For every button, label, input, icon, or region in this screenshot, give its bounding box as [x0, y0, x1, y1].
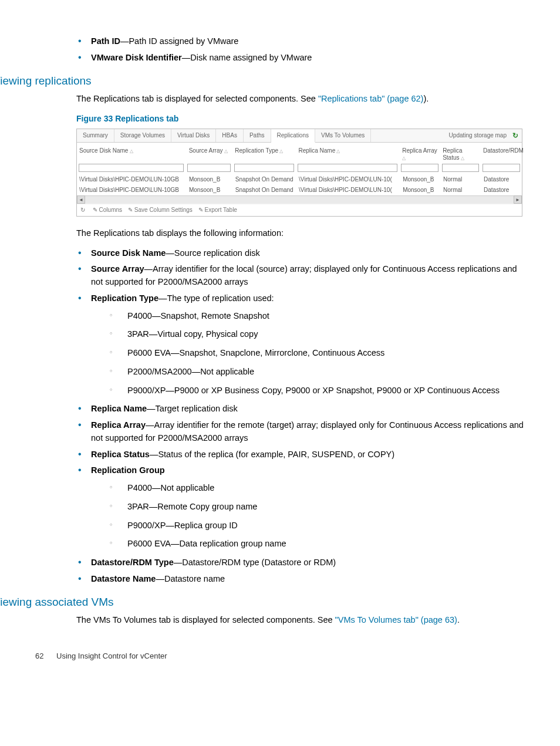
scroll-left-icon[interactable]: ◄ — [77, 195, 85, 204]
cell: Normal — [441, 186, 481, 194]
column-header[interactable]: Replica Name — [296, 146, 400, 163]
sub-item: P2000/MSA2000—Not applicable — [127, 366, 525, 379]
cell: \Virtual Disks\HPIC-DEMO\LUN-10( — [296, 186, 400, 194]
data-rows: \Virtual Disks\HPIC-DEMO\LUN-10GBMonsoon… — [77, 174, 522, 195]
sub-item: P4000—Snapshot, Remote Snapshot — [127, 310, 525, 323]
tab-summary[interactable]: Summary — [77, 129, 114, 142]
filter-row — [77, 164, 522, 174]
sub-item: P6000 EVA—Data replication group name — [127, 538, 525, 551]
list-item: Source Array—Array identifier for the lo… — [91, 263, 525, 289]
table-row[interactable]: \Virtual Disks\HPIC-DEMO\LUN-10GBMonsoon… — [77, 185, 522, 195]
tab-hbas[interactable]: HBAs — [216, 129, 244, 142]
desc: —Source replication disk — [166, 248, 259, 258]
desc: —Target replication disk — [147, 404, 238, 413]
footer-link-export-table[interactable]: ✎ Export Table — [198, 207, 237, 213]
figure-caption: Figure 33 Replications tab — [35, 113, 525, 125]
cell: Datastore — [481, 175, 522, 184]
filter-input[interactable] — [483, 164, 520, 172]
column-header[interactable]: Replication Type — [232, 146, 296, 163]
column-header[interactable]: Datastore/RDM — [481, 146, 522, 163]
page-title: Using Insight Control for vCenter — [56, 650, 167, 662]
term: Source Array — [91, 264, 144, 274]
refresh-small-icon[interactable]: ↻ — [80, 207, 85, 213]
sub-item: P9000/XP—Replica group ID — [127, 519, 525, 532]
column-header[interactable]: Source Array — [187, 146, 233, 163]
desc: —Path ID assigned by VMware — [120, 36, 238, 46]
section2-intro: The VMs To Volumes tab is displayed for … — [35, 614, 525, 627]
heading-viewing-associated-vms: Viewing associated VMs — [0, 594, 525, 611]
filter-input[interactable] — [401, 164, 438, 172]
column-headers: Source Disk NameSource ArrayReplication … — [77, 143, 522, 164]
text: The Replications tab is displayed for se… — [76, 94, 318, 103]
filter-input[interactable] — [442, 164, 480, 172]
list-item: Datastore/RDM Type—Datastore/RDM type (D… — [91, 556, 525, 569]
cell: Monsoon_B — [187, 175, 233, 184]
list-item: Datastore Name—Datastore name — [91, 573, 525, 586]
term: Datastore/RDM Type — [91, 558, 174, 567]
term: Replication Group — [91, 465, 165, 475]
sub-item: 3PAR—Remote Copy group name — [127, 501, 525, 514]
status-area: Updating storage map ↻ — [371, 129, 522, 142]
desc: —The type of replication used: — [158, 293, 274, 303]
filter-input[interactable] — [79, 164, 184, 172]
sub-list: P4000—Snapshot, Remote Snapshot3PAR—Virt… — [91, 310, 525, 397]
list-item: Path ID—Path ID assigned by VMware — [91, 35, 525, 48]
cell: Monsoon_B — [400, 175, 441, 184]
desc: —Datastore name — [156, 574, 225, 583]
scroll-right-icon[interactable]: ► — [514, 195, 522, 204]
after-figure-text: The Replications tab displays the follow… — [35, 227, 525, 240]
term: Path ID — [91, 36, 120, 46]
column-header[interactable]: Replica Status — [440, 146, 481, 163]
list-item: Replica Name—Target replication disk — [91, 403, 525, 416]
link-vms-to-volumes-tab[interactable]: "VMs To Volumes tab" (page 63) — [335, 615, 457, 625]
desc: —Array identifier for the local (source)… — [91, 264, 517, 286]
term: Replica Status — [91, 450, 150, 459]
replication-info-bullets: Source Disk Name—Source replication disk… — [35, 247, 525, 586]
heading-viewing-replications: Viewing replications — [0, 73, 525, 90]
footer-link-columns[interactable]: ✎ Columns — [93, 207, 122, 213]
text: The VMs To Volumes tab is displayed for … — [76, 615, 335, 625]
tab-vms-to-volumes[interactable]: VMs To Volumes — [315, 129, 371, 142]
text: . — [457, 615, 460, 625]
cell: Monsoon_B — [400, 186, 441, 194]
filter-input[interactable] — [298, 164, 397, 172]
cell: \Virtual Disks\HPIC-DEMO\LUN-10GB — [77, 186, 187, 194]
scroll-track[interactable] — [85, 196, 514, 203]
term: VMware Disk Identifier — [91, 53, 182, 62]
intro-bullets: Path ID—Path ID assigned by VMwareVMware… — [35, 35, 525, 65]
column-header[interactable]: Replica Array — [400, 146, 440, 163]
term: Datastore Name — [91, 574, 156, 583]
filter-input[interactable] — [187, 164, 230, 172]
column-header[interactable]: Source Disk Name — [77, 146, 187, 163]
list-item: VMware Disk Identifier—Disk name assigne… — [91, 52, 525, 65]
cell: Snapshot On Demand — [233, 175, 296, 184]
horizontal-scrollbar[interactable]: ◄ ► — [77, 195, 522, 204]
term: Replica Name — [91, 404, 147, 413]
tab-bar: SummaryStorage VolumesVirtual DisksHBAsP… — [77, 129, 522, 143]
page-number: 62 — [35, 650, 43, 662]
list-item: Replication Type—The type of replication… — [91, 292, 525, 397]
list-item: Replica Array—Array identifier for the r… — [91, 419, 525, 445]
refresh-icon[interactable]: ↻ — [512, 131, 518, 140]
desc: —Disk name assigned by VMware — [182, 53, 312, 62]
tab-replications[interactable]: Replications — [271, 129, 315, 143]
tab-storage-volumes[interactable]: Storage Volumes — [114, 129, 171, 142]
footer-link-save-column-settings[interactable]: ✎ Save Column Settings — [128, 207, 193, 213]
tab-virtual-disks[interactable]: Virtual Disks — [171, 129, 216, 142]
status-text: Updating storage map — [449, 132, 507, 139]
desc: —Array identifier for the remote (target… — [91, 420, 524, 443]
table-footer-links: ↻ ✎ Columns✎ Save Column Settings✎ Expor… — [77, 204, 522, 216]
list-item: Replica Status—Status of the replica (fo… — [91, 448, 525, 461]
desc: —Status of the replica (for example, PAI… — [150, 450, 394, 459]
filter-input[interactable] — [234, 164, 294, 172]
sub-item: 3PAR—Virtual copy, Physical copy — [127, 328, 525, 341]
sub-list: P4000—Not applicable3PAR—Remote Copy gro… — [91, 482, 525, 551]
tab-paths[interactable]: Paths — [244, 129, 271, 142]
table-row[interactable]: \Virtual Disks\HPIC-DEMO\LUN-10GBMonsoon… — [77, 174, 522, 185]
sub-item: P4000—Not applicable — [127, 482, 525, 495]
section1-intro: The Replications tab is displayed for se… — [35, 93, 525, 106]
sub-item: P6000 EVA—Snapshot, Snapclone, Mirrorclo… — [127, 347, 525, 360]
cell: Datastore — [481, 186, 522, 194]
term: Replica Array — [91, 420, 146, 430]
link-replications-tab[interactable]: "Replications tab" (page 62) — [318, 94, 424, 103]
